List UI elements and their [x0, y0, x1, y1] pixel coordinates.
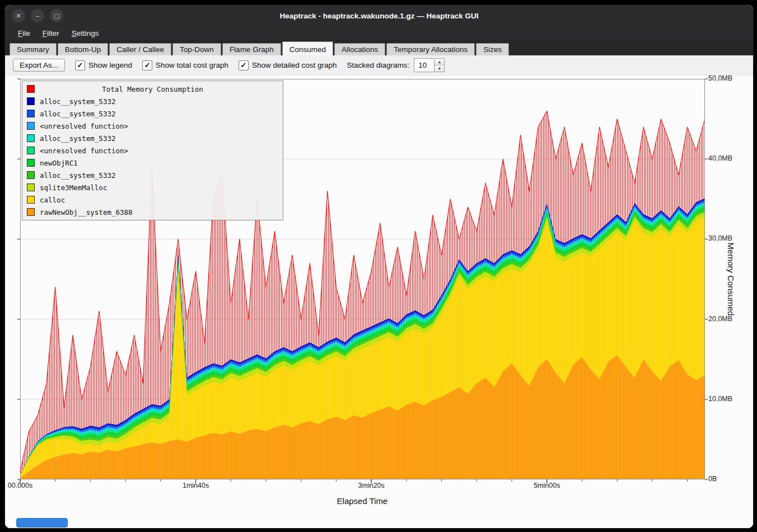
- window-controls: ✕ – ▢: [12, 9, 63, 22]
- legend-label: calloc: [40, 196, 65, 204]
- legend-title: Total Memory Consumption: [102, 85, 203, 93]
- menu-settings[interactable]: Settings: [67, 28, 104, 39]
- legend-title-row[interactable]: Total Memory Consumption: [22, 83, 283, 95]
- y-tick-label: 30,0MB: [708, 234, 732, 242]
- spinner-up-icon[interactable]: ▲: [434, 59, 444, 65]
- tab-flame-graph[interactable]: Flame Graph: [222, 43, 281, 55]
- legend-label: <unresolved function>: [40, 147, 128, 155]
- show-detailed-cost-checkbox[interactable]: ✓ Show detailed cost graph: [239, 60, 337, 70]
- x-tick-label: 3min20s: [358, 482, 385, 489]
- legend-label: alloc__system_5332: [40, 134, 115, 143]
- menu-file[interactable]: File: [13, 28, 35, 39]
- stacked-diagrams-label: Stacked diagrams:: [347, 61, 410, 69]
- toolbar: Export As... ✓ Show legend ✓ Show total …: [5, 55, 753, 76]
- x-tick-label: 1min40s: [183, 482, 209, 489]
- legend-swatch: [27, 122, 35, 130]
- legend-swatch: [27, 110, 35, 117]
- legend-swatch: [27, 196, 35, 204]
- show-legend-label: Show legend: [88, 61, 132, 69]
- y-tick-label: 20,0MB: [708, 315, 732, 323]
- checkbox-check-icon[interactable]: ✓: [75, 60, 85, 70]
- legend-label: rawNewObj__system_6388: [40, 208, 133, 216]
- tab-top-down[interactable]: Top-Down: [172, 43, 221, 55]
- timeline-filter-handle[interactable]: [16, 518, 68, 528]
- tab-sizes[interactable]: Sizes: [476, 43, 509, 55]
- y-tick-label: 10,0MB: [708, 395, 732, 403]
- legend-swatch: [27, 171, 35, 179]
- legend-item[interactable]: alloc__system_5332: [22, 107, 283, 120]
- show-total-cost-checkbox[interactable]: ✓ Show total cost graph: [142, 60, 228, 70]
- close-icon[interactable]: ✕: [12, 9, 25, 22]
- legend-item[interactable]: alloc__system_5332: [22, 169, 283, 181]
- titlebar: ✕ – ▢ Heaptrack - heaptrack.wakunode.1.g…: [5, 5, 753, 26]
- show-total-cost-label: Show total cost graph: [156, 61, 228, 69]
- legend-swatch: [27, 159, 35, 167]
- minimize-icon[interactable]: –: [31, 9, 44, 22]
- legend-item[interactable]: alloc__system_5332: [22, 132, 283, 144]
- y-axis-title: Memory Consumed: [726, 243, 736, 316]
- legend-item[interactable]: sqlite3MemMalloc: [22, 181, 283, 194]
- tab-bottom-up[interactable]: Bottom-Up: [58, 43, 109, 55]
- legend-label: newObjRC1: [40, 159, 78, 167]
- y-tick-label: 40,0MB: [708, 154, 732, 162]
- legend-swatch: [27, 183, 35, 191]
- legend-item[interactable]: <unresolved function>: [22, 120, 283, 132]
- chart-legend: Total Memory Consumption alloc__system_5…: [22, 81, 283, 220]
- legend-item[interactable]: rawNewObj__system_6388: [22, 206, 283, 218]
- legend-item[interactable]: alloc__system_5332: [22, 95, 283, 107]
- legend-swatch: [27, 134, 35, 142]
- stacked-diagrams-value[interactable]: 10: [414, 58, 434, 72]
- maximize-icon[interactable]: ▢: [50, 9, 63, 22]
- legend-swatch: [27, 147, 35, 154]
- legend-item[interactable]: calloc: [22, 194, 283, 206]
- legend-total-swatch: [27, 85, 35, 93]
- legend-label: alloc__system_5332: [40, 110, 115, 118]
- legend-item[interactable]: <unresolved function>: [22, 144, 283, 157]
- legend-label: alloc__system_5332: [40, 171, 115, 180]
- tab-bar: Summary Bottom-Up Caller / Callee Top-Do…: [5, 40, 753, 55]
- tab-summary[interactable]: Summary: [10, 43, 57, 55]
- tab-caller-callee[interactable]: Caller / Callee: [109, 43, 171, 55]
- x-tick-label: 5min00s: [534, 482, 560, 489]
- stacked-diagrams-spinner[interactable]: 10 ▲ ▼: [414, 58, 445, 72]
- checkbox-check-icon[interactable]: ✓: [239, 60, 249, 70]
- window-title: Heaptrack - heaptrack.wakunode.1.gz — He…: [280, 12, 479, 20]
- tab-allocations[interactable]: Allocations: [334, 43, 385, 55]
- tab-consumed[interactable]: Consumed: [282, 41, 333, 55]
- show-detailed-cost-label: Show detailed cost graph: [252, 61, 337, 69]
- legend-item[interactable]: newObjRC1: [22, 157, 283, 169]
- spinner-arrows: ▲ ▼: [434, 58, 445, 72]
- checkbox-check-icon[interactable]: ✓: [142, 60, 152, 70]
- tab-temporary-allocations[interactable]: Temporary Allocations: [386, 43, 475, 55]
- app-window: ✕ – ▢ Heaptrack - heaptrack.wakunode.1.g…: [4, 4, 754, 529]
- export-as-button[interactable]: Export As...: [13, 59, 65, 72]
- x-axis-title: Elapsed Time: [337, 496, 388, 506]
- legend-label: sqlite3MemMalloc: [40, 183, 107, 192]
- menubar: File Filter Settings: [5, 26, 753, 40]
- menu-filter[interactable]: Filter: [38, 28, 64, 39]
- x-tick-label: 00.000s: [8, 482, 32, 489]
- legend-swatch: [27, 97, 35, 105]
- stacked-diagrams-group: Stacked diagrams: 10 ▲ ▼: [347, 58, 445, 72]
- legend-swatch: [27, 208, 35, 216]
- legend-label: <unresolved function>: [40, 122, 128, 130]
- y-tick-label: 0B: [708, 475, 717, 483]
- legend-label: alloc__system_5332: [40, 97, 115, 106]
- spinner-down-icon[interactable]: ▼: [434, 65, 444, 72]
- show-legend-checkbox[interactable]: ✓ Show legend: [75, 60, 132, 70]
- y-tick-label: 50,0MB: [708, 74, 732, 82]
